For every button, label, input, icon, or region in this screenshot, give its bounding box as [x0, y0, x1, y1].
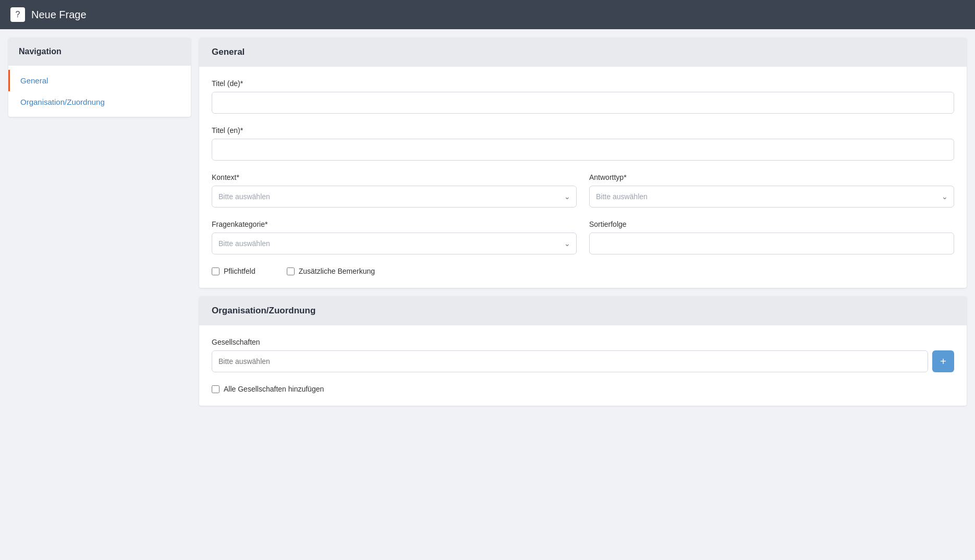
sidebar: Navigation General Organisation/Zuordnun…: [8, 38, 191, 117]
organisation-section-heading: Organisation/Zuordnung: [199, 296, 967, 325]
fragenkategorie-col: Fragenkategorie* Bitte auswählen ⌄: [212, 220, 577, 254]
fragenkategorie-select-wrapper: Bitte auswählen ⌄: [212, 233, 577, 254]
alle-gesellschaften-group: Alle Gesellschaften hinzufügen: [212, 385, 954, 393]
antworttyp-label: Antworttyp*: [589, 173, 954, 181]
kontext-select[interactable]: Bitte auswählen: [212, 186, 577, 208]
titel-de-group: Titel (de)*: [212, 79, 954, 114]
fragenkategorie-select[interactable]: Bitte auswählen: [212, 233, 577, 254]
sidebar-nav: General Organisation/Zuordnung: [8, 66, 191, 117]
gesellschaften-label: Gesellschaften: [212, 338, 954, 346]
organisation-section: Organisation/Zuordnung Gesellschaften +: [199, 296, 967, 406]
kontext-label: Kontext*: [212, 173, 577, 181]
titel-de-label: Titel (de)*: [212, 79, 954, 88]
sidebar-item-organisation[interactable]: Organisation/Zuordnung: [8, 91, 191, 113]
pflichtfeld-group: Pflichtfeld: [212, 267, 255, 275]
sortierfolge-input[interactable]: [589, 233, 954, 254]
zusaetzliche-bemerkung-group: Zusätzliche Bemerkung: [287, 267, 375, 275]
antworttyp-select-wrapper: Bitte auswählen ⌄: [589, 186, 954, 208]
titel-de-input[interactable]: [212, 92, 954, 114]
sidebar-heading: Navigation: [8, 38, 191, 66]
gesellschaften-input-wrapper: +: [212, 350, 954, 372]
page-title: Neue Frage: [31, 9, 87, 21]
fragenkategorie-label: Fragenkategorie*: [212, 220, 577, 228]
antworttyp-col: Antworttyp* Bitte auswählen ⌄: [589, 173, 954, 208]
organisation-section-body: Gesellschaften + Alle Gesellschaften hin…: [199, 325, 967, 406]
titel-en-group: Titel (en)*: [212, 126, 954, 161]
app-icon: ?: [10, 7, 25, 22]
content-area: General Titel (de)* Titel (en)* Kontext*: [199, 38, 967, 406]
general-section-heading: General: [199, 38, 967, 67]
general-section: General Titel (de)* Titel (en)* Kontext*: [199, 38, 967, 288]
pflichtfeld-label: Pflichtfeld: [224, 267, 255, 275]
main-layout: Navigation General Organisation/Zuordnun…: [0, 29, 975, 414]
titel-en-label: Titel (en)*: [212, 126, 954, 135]
pflichtfeld-checkbox[interactable]: [212, 267, 220, 275]
sortierfolge-label: Sortierfolge: [589, 220, 954, 228]
gesellschaften-add-button[interactable]: +: [932, 350, 954, 372]
kontext-select-wrapper: Bitte auswählen ⌄: [212, 186, 577, 208]
zusaetzliche-bemerkung-label: Zusätzliche Bemerkung: [299, 267, 375, 275]
gesellschaften-input[interactable]: [212, 350, 928, 372]
general-section-body: Titel (de)* Titel (en)* Kontext* Bitte a…: [199, 67, 967, 288]
antworttyp-select[interactable]: Bitte auswählen: [589, 186, 954, 208]
checkbox-row: Pflichtfeld Zusätzliche Bemerkung: [212, 267, 954, 275]
sortierfolge-col: Sortierfolge: [589, 220, 954, 254]
fragenkategorie-sortierfolge-row: Fragenkategorie* Bitte auswählen ⌄ Sorti…: [212, 220, 954, 254]
gesellschaften-group: Gesellschaften +: [212, 338, 954, 372]
titel-en-input[interactable]: [212, 139, 954, 161]
kontext-col: Kontext* Bitte auswählen ⌄: [212, 173, 577, 208]
sidebar-item-general[interactable]: General: [8, 70, 191, 91]
kontext-antworttyp-row: Kontext* Bitte auswählen ⌄ Antworttyp*: [212, 173, 954, 208]
alle-gesellschaften-checkbox[interactable]: [212, 385, 220, 393]
zusaetzliche-bemerkung-checkbox[interactable]: [287, 267, 295, 275]
app-header: ? Neue Frage: [0, 0, 975, 29]
alle-gesellschaften-label: Alle Gesellschaften hinzufügen: [224, 385, 324, 393]
